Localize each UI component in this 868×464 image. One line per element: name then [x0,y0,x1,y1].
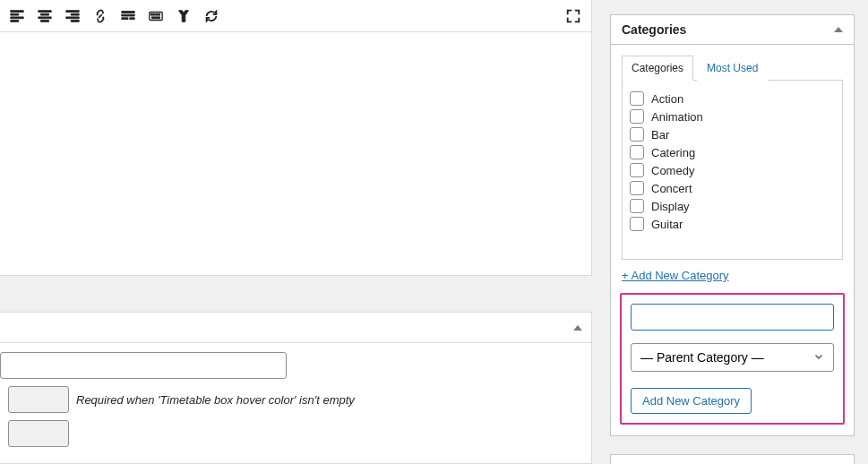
editor-content-area[interactable] [0,32,591,275]
parent-category-select[interactable]: — Parent Category — [631,343,834,372]
meta-hint-text: Required when 'Timetable box hover color… [76,393,355,407]
svg-rect-1 [151,13,153,15]
post-attributes-panel[interactable] [610,454,855,464]
editor-toolbar [0,0,591,32]
category-item: Bar [630,125,835,143]
collapse-icon [573,325,582,331]
category-checkbox[interactable] [630,91,644,106]
fullscreen-icon[interactable] [560,3,587,30]
editor-box [0,0,592,276]
category-checkbox[interactable] [630,109,644,124]
new-category-input[interactable] [631,304,834,331]
category-checkbox[interactable] [630,217,644,231]
category-item: Display [630,197,835,215]
category-checkbox[interactable] [630,199,644,213]
link-icon[interactable] [87,3,114,30]
category-tabs: Categories Most Used [622,56,843,81]
category-label: Guitar [651,218,683,231]
category-label: Comedy [651,164,694,177]
align-left-icon[interactable] [4,3,30,30]
category-list: Action Animation Bar Catering Comedy Con… [622,81,843,260]
category-item: Catering [630,143,835,161]
category-checkbox[interactable] [630,145,644,159]
meta-color-input-1[interactable] [8,386,69,413]
category-checkbox[interactable] [630,163,644,177]
svg-rect-3 [156,13,158,15]
category-label: Action [651,92,683,106]
refresh-icon[interactable] [198,3,225,30]
add-new-category-link[interactable]: + Add New Category [622,269,729,282]
tab-most-used[interactable]: Most Used [697,56,768,81]
category-item: Comedy [630,161,835,179]
align-right-icon[interactable] [59,3,86,30]
category-label: Animation [651,110,703,124]
category-item: Animation [630,107,835,125]
categories-panel: Categories Categories Most Used Action A… [610,14,855,436]
category-label: Catering [651,146,695,159]
categories-panel-title: Categories [622,22,686,37]
category-label: Display [651,200,690,213]
category-item: Guitar [630,215,835,233]
add-category-form: — Parent Category — Add New Category [620,293,845,425]
more-icon[interactable] [115,3,142,30]
meta-box-header[interactable] [0,313,591,343]
fontawesome-icon[interactable] [170,3,197,30]
keyboard-icon[interactable] [142,3,169,30]
category-checkbox[interactable] [630,127,644,142]
add-new-category-button[interactable]: Add New Category [631,388,752,414]
svg-rect-2 [153,13,155,15]
meta-color-input-2[interactable] [8,420,69,447]
category-checkbox[interactable] [630,181,644,195]
category-label: Concert [651,182,692,195]
align-center-icon[interactable] [31,3,58,30]
collapse-icon [834,27,843,32]
categories-panel-header[interactable]: Categories [611,15,854,45]
meta-text-input[interactable] [0,352,287,379]
meta-box: Required when 'Timetable box hover color… [0,312,592,464]
tab-categories[interactable]: Categories [622,56,693,81]
category-item: Action [630,90,835,107]
category-item: Concert [630,179,835,197]
category-label: Bar [651,128,669,142]
svg-rect-5 [152,16,160,18]
svg-rect-4 [159,13,160,15]
